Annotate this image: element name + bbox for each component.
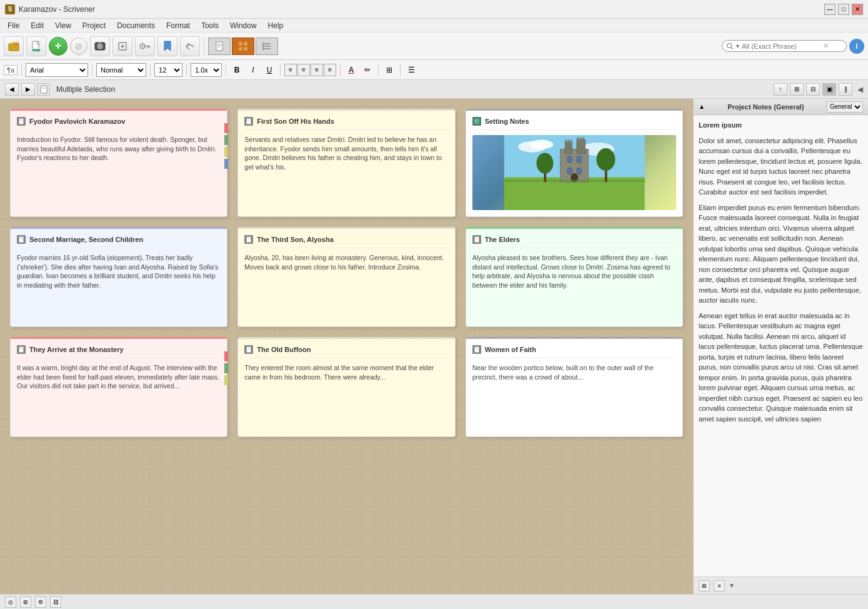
nav-icon-columns[interactable]: ∥ <box>839 83 852 96</box>
card-header-fyodor: Fyodor Pavlovich Karamazov <box>17 117 221 130</box>
list-button[interactable]: ☰ <box>404 63 418 77</box>
panel-scroll-up[interactable]: ▲ <box>699 103 705 110</box>
view-page-button[interactable] <box>208 38 231 55</box>
status-target-icon[interactable]: ◎ <box>5 596 16 608</box>
svg-rect-60 <box>504 179 644 182</box>
svg-rect-50 <box>567 140 569 143</box>
align-justify-button[interactable]: ≡ <box>324 64 336 76</box>
search-clear-button[interactable]: ✕ <box>823 42 829 50</box>
menu-format[interactable]: Format <box>161 20 195 31</box>
line-spacing-select[interactable]: 1.0x <box>191 63 222 77</box>
card-alyosha: The Third Son, Alyosha Alyosha, 20, has … <box>237 227 455 327</box>
card-body-elders: Alyosha pleased to see brothers. Sees ho… <box>472 253 676 290</box>
card-body-women-faith: Near the wooden portico below, built on … <box>472 363 676 381</box>
svg-rect-21 <box>244 42 247 46</box>
status-layers-icon[interactable]: ⊞ <box>20 596 31 608</box>
key-button[interactable] <box>135 36 155 56</box>
panel-type-select[interactable]: General <box>827 101 863 113</box>
card-title-women-faith: Women of Faith <box>485 346 536 353</box>
search-box[interactable]: ▾ ✕ <box>722 40 847 52</box>
bold-button[interactable]: B <box>230 63 244 77</box>
svg-rect-52 <box>577 138 579 141</box>
nav-icon-split[interactable]: ⊟ <box>806 83 820 96</box>
table-button[interactable]: ⊞ <box>382 63 396 77</box>
svg-rect-80 <box>474 346 479 353</box>
svg-rect-51 <box>571 140 572 143</box>
new-document-button[interactable]: + <box>26 36 46 56</box>
card-title-first-son: First Son Off His Hands <box>257 118 334 125</box>
align-center-button[interactable]: ≡ <box>297 64 310 76</box>
italic-button[interactable]: I <box>246 63 260 77</box>
nav-icon-lock[interactable]: ⊞ <box>790 83 804 96</box>
format-sep-1 <box>21 64 22 76</box>
underline-button[interactable]: U <box>262 63 276 77</box>
status-link-icon[interactable]: ⛓ <box>50 596 61 608</box>
align-left-button[interactable]: ≡ <box>284 64 297 76</box>
maximize-button[interactable]: □ <box>838 4 849 15</box>
status-gear-icon[interactable]: ⚙ <box>35 596 46 608</box>
snapshots-button[interactable] <box>90 36 110 56</box>
card-tab-2 <box>224 135 228 145</box>
format-bar: ¶a Arial Normal 12 1.0x B I U ≡ ≡ ≡ ≡ A … <box>0 60 868 80</box>
svg-point-62 <box>536 153 553 174</box>
alignment-group: ≡ ≡ ≡ ≡ <box>284 64 336 76</box>
card-header-second-marriage: Second Marriage, Second Children <box>17 235 221 248</box>
minimize-button[interactable]: — <box>824 4 836 15</box>
svg-rect-57 <box>567 168 572 175</box>
panel-scroll-down[interactable]: ▼ <box>729 582 735 589</box>
panel-icon-grid[interactable]: ⊞ <box>699 580 710 591</box>
add-green-button[interactable]: + <box>49 37 67 56</box>
text-color-button[interactable]: A <box>344 63 358 77</box>
cards-grid: Fyodor Pavlovich Karamazov Introduction … <box>10 109 683 437</box>
menu-project[interactable]: Project <box>77 20 111 31</box>
highlight-button[interactable]: ✏ <box>361 63 374 77</box>
menu-window[interactable]: Window <box>225 20 262 31</box>
card-header-alyosha: The Third Son, Alyosha <box>244 235 448 248</box>
view-outline-button[interactable] <box>256 38 278 55</box>
nav-forward-button[interactable]: ▶ <box>21 83 35 96</box>
card-title-fyodor: Fyodor Pavlovich Karamazov <box>29 118 125 125</box>
info-button[interactable]: i <box>849 39 864 54</box>
svg-rect-71 <box>474 236 479 243</box>
card-icon-first-son <box>244 117 253 126</box>
panel-icon-list[interactable]: ≡ <box>714 580 725 591</box>
nav-title: Multiple Selection <box>56 85 771 94</box>
nav-icon-panel[interactable]: ▣ <box>822 83 836 96</box>
menu-documents[interactable]: Documents <box>112 20 160 31</box>
toolbar-separator-1 <box>204 38 204 55</box>
panel-paragraph-1: Dolor sit amet, consectetur adipiscing e… <box>699 136 863 198</box>
menu-help[interactable]: Help <box>263 20 289 31</box>
card-tabs-fyodor <box>224 123 228 169</box>
paragraph-style-select[interactable]: Normal <box>96 63 146 77</box>
menu-view[interactable]: View <box>50 20 76 31</box>
nav-icon-up[interactable]: ↑ <box>774 83 787 96</box>
align-right-button[interactable]: ≡ <box>311 64 323 76</box>
menu-file[interactable]: File <box>2 20 24 31</box>
view-corkboard-button[interactable] <box>232 38 254 55</box>
card-tab-3 <box>224 147 228 157</box>
reveal-button[interactable] <box>112 36 132 56</box>
nav-collapse-button[interactable]: ◀ <box>857 85 863 94</box>
font-family-select[interactable]: Arial <box>26 63 88 77</box>
search-input[interactable] <box>742 43 823 50</box>
svg-rect-22 <box>239 47 242 51</box>
format-sep-3 <box>150 64 151 76</box>
format-sep-5 <box>226 64 226 76</box>
flag-button[interactable] <box>157 36 177 56</box>
format-sep-9 <box>400 64 401 76</box>
navigation-bar: ◀ ▶ Multiple Selection ↑ ⊞ ⊟ ▣ ∥ ◀ <box>0 80 868 99</box>
window-controls[interactable]: — □ ✕ <box>824 4 863 15</box>
stop-button[interactable]: ⊘ <box>70 38 87 55</box>
nav-back-button[interactable]: ◀ <box>5 83 19 96</box>
close-button[interactable]: ✕ <box>852 4 863 15</box>
card-fyodor: Fyodor Pavlovich Karamazov Introduction … <box>10 109 227 217</box>
card-icon-old-buffoon <box>244 345 253 354</box>
open-folder-button[interactable] <box>4 36 24 56</box>
app-title: Karamazov - Scrivener <box>19 5 95 14</box>
card-setting-notes: Setting Notes <box>466 109 683 217</box>
font-size-select[interactable]: 12 <box>154 63 182 77</box>
svg-rect-56 <box>577 156 582 163</box>
menu-tools[interactable]: Tools <box>196 20 224 31</box>
history-back-button[interactable] <box>180 36 200 56</box>
menu-edit[interactable]: Edit <box>26 20 49 31</box>
